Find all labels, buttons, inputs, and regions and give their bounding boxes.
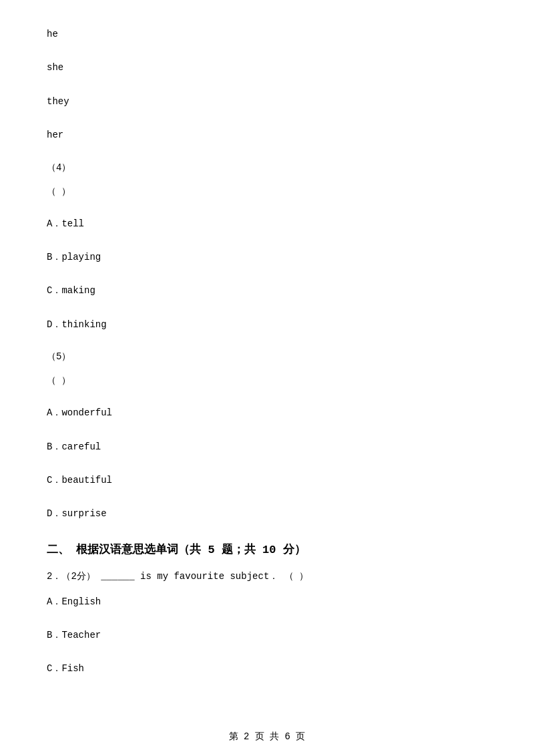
page-footer: 第 2 页 共 6 页 — [0, 731, 534, 743]
option-d-her: her — [47, 128, 487, 142]
question-5-number: （5） — [47, 351, 487, 363]
option-a-wonderful: A．wonderful — [47, 405, 487, 420]
option-c-fish: C．Fish — [47, 661, 487, 676]
option-c-beautiful: C．beautiful — [47, 473, 487, 488]
option-d-surprise: D．surprise — [47, 506, 487, 521]
question-2-line: 2．（2分） ______ is my favourite subject． （… — [47, 570, 487, 582]
option-c-making: C．making — [47, 283, 487, 298]
option-b-teacher: B．Teacher — [47, 628, 487, 642]
option-d-thinking: D．thinking — [47, 317, 487, 332]
option-a-english: A．English — [47, 594, 487, 609]
option-b-she: she — [47, 60, 487, 75]
option-c-they: they — [47, 94, 487, 109]
option-b-careful: B．careful — [47, 439, 487, 454]
question-4-number: （4） — [47, 162, 487, 174]
section-2-header: 二、 根据汉语意思选单词（共 5 题；共 10 分） — [47, 542, 487, 557]
option-b-playing: B．playing — [47, 250, 487, 264]
question-4-blank[interactable]: （ ） — [47, 186, 487, 198]
option-a-tell: A．tell — [47, 216, 487, 231]
question-5-blank[interactable]: （ ） — [47, 375, 487, 387]
option-a-he: he — [47, 27, 487, 41]
